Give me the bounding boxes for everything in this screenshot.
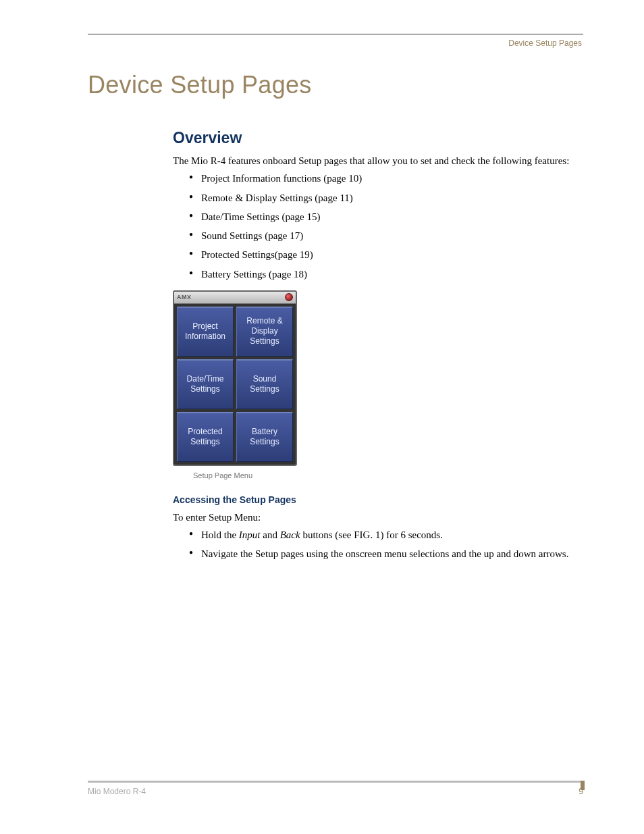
step1-pre: Hold the xyxy=(201,529,239,540)
list-item: Navigate the Setup pages using the onscr… xyxy=(201,547,583,561)
list-item: Hold the Input and Back buttons (see FIG… xyxy=(201,528,583,542)
list-item: Remote & Display Settings (page 11) xyxy=(201,191,583,205)
device-titlebar: AMX xyxy=(174,292,296,304)
figure-caption: Setup Page Menu xyxy=(193,471,583,479)
overview-heading: Overview xyxy=(173,129,583,147)
overview-bullets: Project Information functions (page 10) … xyxy=(173,172,583,281)
device-button-date-time: Date/Time Settings xyxy=(177,359,234,409)
step1-italic-back: Back xyxy=(280,529,300,540)
list-item: Date/Time Settings (page 15) xyxy=(201,210,583,224)
device-button-project-info: Project Information xyxy=(177,307,234,357)
device-logo: AMX xyxy=(177,294,192,301)
device-grid: Project Information Remote & Display Set… xyxy=(174,304,296,465)
accessing-intro: To enter Setup Menu: xyxy=(173,511,583,524)
list-item: Protected Settings(page 19) xyxy=(201,248,583,261)
step1-italic-input: Input xyxy=(239,529,261,540)
list-item: Project Information functions (page 10) xyxy=(201,172,583,185)
accessing-steps: Hold the Input and Back buttons (see FIG… xyxy=(173,528,583,561)
device-button-battery: Battery Settings xyxy=(236,412,293,462)
footer-product: Mio Modero R-4 xyxy=(88,787,146,796)
list-item: Battery Settings (page 18) xyxy=(201,267,583,281)
list-item: Sound Settings (page 17) xyxy=(201,229,583,242)
top-rule xyxy=(88,34,583,34)
step1-mid: and xyxy=(261,529,280,540)
chapter-title: Device Setup Pages xyxy=(88,71,583,99)
figure-setup-menu: AMX Project Information Remote & Display… xyxy=(173,290,583,479)
accessing-heading: Accessing the Setup Pages xyxy=(173,494,583,505)
step1-post: buttons (see FIG. 1) for 6 seconds. xyxy=(300,529,443,540)
close-icon xyxy=(285,293,293,301)
device-button-protected: Protected Settings xyxy=(177,412,234,462)
device-button-sound: Sound Settings xyxy=(236,359,293,409)
overview-intro: The Mio R-4 features onboard Setup pages… xyxy=(173,154,583,167)
footer: Mio Modero R-4 9 xyxy=(88,781,583,796)
running-head: Device Setup Pages xyxy=(88,38,583,48)
device-screenshot: AMX Project Information Remote & Display… xyxy=(173,290,297,466)
footer-accent xyxy=(581,781,585,790)
device-button-remote-display: Remote & Display Settings xyxy=(236,307,293,357)
